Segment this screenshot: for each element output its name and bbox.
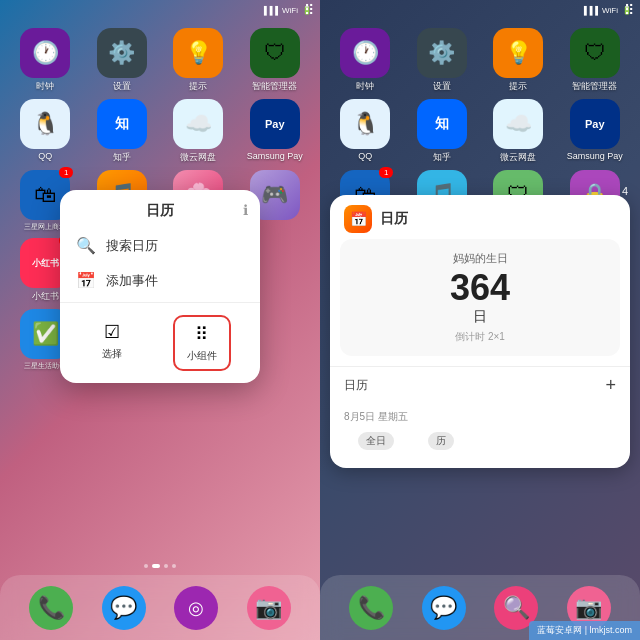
widget-label: 小组件 (187, 349, 217, 363)
calendar-event-unit: 日 (352, 308, 608, 326)
app-tips-r[interactable]: 💡 提示 (483, 28, 554, 93)
calendar-expand-tag: 历 (428, 432, 454, 450)
app-qq[interactable]: 🐧 QQ (10, 99, 81, 164)
add-label: 添加事件 (106, 272, 158, 290)
right-grid-button[interactable]: ⠿ (624, 2, 634, 18)
manager-icon: 🛡 (250, 28, 300, 78)
clock-r-icon: 🕐 (340, 28, 390, 78)
main-container: ▐▐▐ WiFi 🔋 ⠿ 🕐 时钟 ⚙️ 设置 💡 提示 🛡 智能管理器 (0, 0, 640, 640)
calendar-event-countdown: 倒计时 2×1 (352, 330, 608, 344)
signal-icon: ▐▐▐ (261, 6, 278, 15)
context-menu-bottom: ☑ 选择 ⠿ 小组件 (60, 307, 260, 375)
dock-bixby[interactable]: ◎ (174, 586, 218, 630)
right-wifi-icon: WiFi (602, 6, 618, 15)
tips-icon: 💡 (173, 28, 223, 78)
context-menu-title: 日历 (60, 202, 260, 220)
right-panel: ▐▐▐ WiFi 🔋 ⠿ 🕐 时钟 ⚙️ 设置 💡 提示 🛡 智能管理器 (320, 0, 640, 640)
app-manager-r[interactable]: 🛡 智能管理器 (560, 28, 631, 93)
calendar-widget-app-icon: 📅 (344, 205, 372, 233)
tips-r-label: 提示 (509, 80, 527, 93)
calendar-widget-footer: 日历 + (330, 366, 630, 404)
settings-r-icon: ⚙️ (417, 28, 467, 78)
cloud-r-label: 微云网盘 (500, 151, 536, 164)
watermark: 蓝莓安卓网 | lmkjst.com (529, 621, 640, 640)
app-tips[interactable]: 💡 提示 (163, 28, 234, 93)
calendar-footer-plus[interactable]: + (605, 375, 616, 396)
calendar-event-days: 364 (352, 270, 608, 306)
page-dot-2 (152, 564, 160, 568)
add-event-icon: 📅 (76, 271, 96, 290)
pay-label: Samsung Pay (247, 151, 303, 161)
calendar-widget: 📅 日历 妈妈的生日 364 日 倒计时 2×1 日历 + 8月5日 星期五 全… (330, 195, 630, 468)
pay-icon: Pay (250, 99, 300, 149)
app-zhihu-r[interactable]: 知 知乎 (407, 99, 478, 164)
right-signal-icon: ▐▐▐ (581, 6, 598, 15)
zhihu-label: 知乎 (113, 151, 131, 164)
clock-r-label: 时钟 (356, 80, 374, 93)
search-label: 搜索日历 (106, 237, 158, 255)
wifi-icon: WiFi (282, 6, 298, 15)
select-icon: ☑ (104, 321, 120, 343)
dock-phone[interactable]: 📞 (29, 586, 73, 630)
calendar-allday-tag: 全日 (358, 432, 394, 450)
grid-button[interactable]: ⠿ (304, 2, 314, 18)
context-menu-search[interactable]: 🔍 搜索日历 (60, 228, 260, 263)
zhihu-r-label: 知乎 (433, 151, 451, 164)
dock-messages-r[interactable]: 💬 (422, 586, 466, 630)
app-zhihu[interactable]: 知 知乎 (87, 99, 158, 164)
calendar-footer-date: 8月5日 星期五 (330, 404, 630, 424)
page-dot-4 (172, 564, 176, 568)
calendar-widget-title: 日历 (380, 210, 408, 228)
samsung-store-r-badge: 1 (379, 167, 393, 178)
page-dot-1 (144, 564, 148, 568)
manager-label: 智能管理器 (252, 80, 297, 93)
dock-camera[interactable]: 📷 (247, 586, 291, 630)
zhihu-icon: 知 (97, 99, 147, 149)
left-status-bar: ▐▐▐ WiFi 🔋 (0, 0, 320, 20)
clock-icon: 🕐 (20, 28, 70, 78)
settings-r-label: 设置 (433, 80, 451, 93)
pay-r-icon: Pay (570, 99, 620, 149)
app-pay-r[interactable]: Pay Samsung Pay (560, 99, 631, 164)
qq-r-label: QQ (358, 151, 372, 161)
dock-messages[interactable]: 💬 (102, 586, 146, 630)
app-cloud[interactable]: ☁️ 微云网盘 (163, 99, 234, 164)
page-dots (0, 564, 320, 568)
page-dot-3 (164, 564, 168, 568)
context-menu-add[interactable]: 📅 添加事件 (60, 263, 260, 298)
right-status-bar: ▐▐▐ WiFi 🔋 (320, 0, 640, 20)
app-manager[interactable]: 🛡 智能管理器 (240, 28, 311, 93)
select-label: 选择 (102, 347, 122, 361)
cloud-label: 微云网盘 (180, 151, 216, 164)
widget-option[interactable]: ⠿ 小组件 (173, 315, 231, 371)
cloud-r-icon: ☁️ (493, 99, 543, 149)
settings-label: 设置 (113, 80, 131, 93)
context-menu-info-icon[interactable]: ℹ (243, 202, 248, 218)
xiaohongshu-label: 小红书 (32, 290, 59, 303)
app-cloud-r[interactable]: ☁️ 微云网盘 (483, 99, 554, 164)
app-settings-r[interactable]: ⚙️ 设置 (407, 28, 478, 93)
qq-label: QQ (38, 151, 52, 161)
left-dock: 📞 💬 ◎ 📷 (0, 575, 320, 640)
zhihu-r-icon: 知 (417, 99, 467, 149)
app-settings[interactable]: ⚙️ 设置 (87, 28, 158, 93)
calendar-event-card: 妈妈的生日 364 日 倒计时 2×1 (340, 239, 620, 356)
calendar-footer-label: 日历 (344, 377, 368, 394)
calendar-event-name: 妈妈的生日 (352, 251, 608, 266)
cloud-icon: ☁️ (173, 99, 223, 149)
tips-label: 提示 (189, 80, 207, 93)
app-qq-r[interactable]: 🐧 QQ (330, 99, 401, 164)
select-option[interactable]: ☑ 选择 (90, 315, 134, 371)
right-page-number: 4 (622, 185, 628, 197)
tips-r-icon: 💡 (493, 28, 543, 78)
pay-r-label: Samsung Pay (567, 151, 623, 161)
samsung-store-badge: 1 (59, 167, 73, 178)
app-clock[interactable]: 🕐 时钟 (10, 28, 81, 93)
search-icon: 🔍 (76, 236, 96, 255)
app-pay[interactable]: Pay Samsung Pay (240, 99, 311, 164)
qq-icon: 🐧 (20, 99, 70, 149)
calendar-widget-header: 📅 日历 (330, 195, 630, 239)
dock-phone-r[interactable]: 📞 (349, 586, 393, 630)
clock-label: 时钟 (36, 80, 54, 93)
app-clock-r[interactable]: 🕐 时钟 (330, 28, 401, 93)
